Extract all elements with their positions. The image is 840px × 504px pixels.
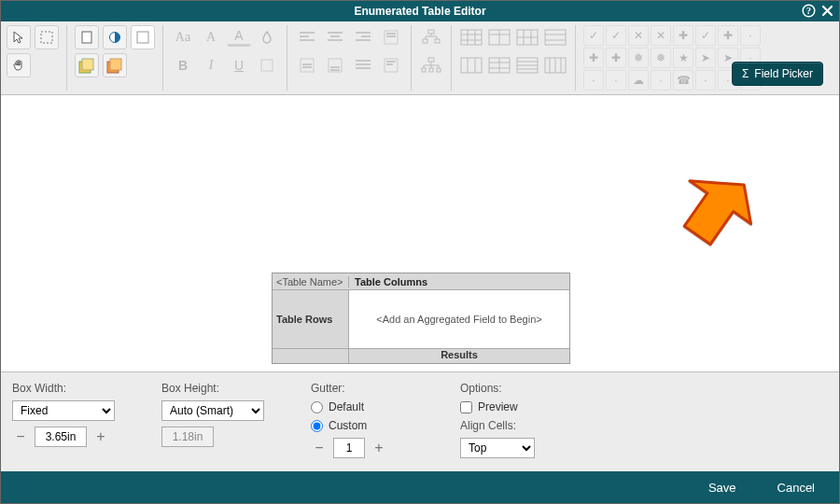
enumerated-table[interactable]: <Table Name> Table Columns Table Rows <A… <box>272 273 570 364</box>
table-center-placeholder[interactable]: <Add an Aggregated Field to Begin> <box>349 290 569 348</box>
style-more-icon[interactable] <box>255 53 279 77</box>
symbol-cell[interactable]: · <box>583 70 604 91</box>
table-e-icon[interactable] <box>459 53 483 77</box>
field-picker-label: Field Picker <box>754 67 813 80</box>
gutter-group: Gutter: Default Custom − + <box>311 382 423 458</box>
options-group: Options: Preview Align Cells: Top <box>460 382 572 458</box>
org-chart-icon[interactable] <box>419 25 443 49</box>
symbol-cell[interactable]: ➤ <box>695 48 716 68</box>
symbol-cell[interactable]: ❅ <box>628 48 649 68</box>
align-center-icon[interactable] <box>323 25 347 49</box>
box-width-mode-select[interactable]: Fixed <box>12 400 115 421</box>
font-color-icon[interactable]: A <box>227 25 251 47</box>
symbol-cell[interactable]: ✕ <box>628 25 649 46</box>
justify-icon[interactable] <box>351 53 375 77</box>
marquee-tool-icon[interactable] <box>35 25 59 49</box>
symbol-cell[interactable]: ☁ <box>628 70 649 91</box>
box-height-group: Box Height: Auto (Smart) <box>161 382 273 458</box>
tool-group-tables <box>459 25 576 91</box>
box-height-spin <box>161 427 273 447</box>
tool-group-selection <box>7 25 67 91</box>
svg-rect-7 <box>82 59 93 70</box>
field-picker-button[interactable]: Σ Field Picker <box>732 62 823 86</box>
blank-page-icon[interactable] <box>131 25 155 49</box>
table-a-icon[interactable] <box>459 25 483 49</box>
box-width-decrease-button[interactable]: − <box>12 427 29 447</box>
table-g-icon[interactable] <box>515 53 539 77</box>
table-d-icon[interactable] <box>543 25 567 49</box>
gutter-custom-label: Custom <box>329 419 367 432</box>
cancel-button[interactable]: Cancel <box>777 481 815 495</box>
canvas: <Table Name> Table Columns Table Rows <A… <box>1 95 839 371</box>
close-icon[interactable] <box>821 5 833 19</box>
symbol-cell[interactable]: ❅ <box>651 48 671 68</box>
preview-label: Preview <box>478 400 518 413</box>
stack-yellow-icon[interactable] <box>75 53 99 77</box>
table-h-icon[interactable] <box>543 53 567 77</box>
align-left-icon[interactable] <box>295 25 319 49</box>
table-columns-header[interactable]: Table Columns <box>349 276 569 287</box>
properties-panel: Box Width: Fixed − + Box Height: Auto (S… <box>1 371 839 471</box>
options-label: Options: <box>460 382 572 395</box>
text-box-icon[interactable] <box>379 53 403 77</box>
box-width-increase-button[interactable]: + <box>92 427 109 447</box>
gutter-spin: − + <box>311 438 423 458</box>
symbol-cell[interactable]: ✚ <box>718 25 738 46</box>
symbol-cell[interactable]: ✚ <box>606 48 626 68</box>
box-height-mode-select[interactable]: Auto (Smart) <box>161 400 264 421</box>
underline-icon[interactable]: U <box>227 53 251 77</box>
font-family-icon[interactable]: A <box>199 25 223 49</box>
opacity-icon[interactable] <box>255 25 279 49</box>
svg-rect-20 <box>429 68 433 72</box>
titlebar-buttons: ? <box>802 1 833 21</box>
symbol-cell[interactable]: · <box>606 70 626 91</box>
symbol-cell[interactable]: ✓ <box>606 25 626 46</box>
box-width-input[interactable] <box>35 427 87 447</box>
sigma-icon: Σ <box>742 67 749 80</box>
svg-rect-22 <box>461 30 482 45</box>
table-b-icon[interactable] <box>487 25 511 49</box>
symbol-cell[interactable]: · <box>695 70 716 91</box>
gutter-input[interactable] <box>333 438 365 458</box>
symbol-cell[interactable]: ✚ <box>673 25 693 46</box>
box-width-group: Box Width: Fixed − + <box>12 382 124 458</box>
symbol-cell[interactable]: ✚ <box>583 48 604 68</box>
symbol-cell[interactable]: ★ <box>673 48 693 68</box>
save-button[interactable]: Save <box>708 481 736 495</box>
pan-tool-icon[interactable] <box>7 53 31 77</box>
title-bar: Enumerated Table Editor ? <box>1 1 839 21</box>
gutter-custom-radio[interactable]: Custom <box>311 419 423 432</box>
tree-icon[interactable] <box>419 53 443 77</box>
valign-bottom-icon[interactable] <box>323 53 347 77</box>
table-c-icon[interactable] <box>515 25 539 49</box>
page-icon[interactable] <box>75 25 99 49</box>
align-cells-label: Align Cells: <box>460 419 572 432</box>
font-size-icon[interactable]: Aa <box>171 25 195 49</box>
symbol-cell[interactable]: ✓ <box>695 25 716 46</box>
stack-orange-icon[interactable] <box>103 53 127 77</box>
bold-icon[interactable]: B <box>171 53 195 77</box>
align-right-icon[interactable] <box>351 25 375 49</box>
svg-rect-3 <box>82 32 91 43</box>
help-icon[interactable]: ? <box>802 4 816 20</box>
symbol-cell[interactable]: ☎ <box>673 70 693 91</box>
gutter-default-radio[interactable]: Default <box>311 400 423 413</box>
symbol-cell[interactable]: ✕ <box>651 25 671 46</box>
svg-rect-10 <box>261 60 273 71</box>
gutter-decrease-button[interactable]: − <box>311 438 328 458</box>
valign-middle-icon[interactable] <box>295 53 319 77</box>
gutter-increase-button[interactable]: + <box>371 438 387 458</box>
table-f-icon[interactable] <box>487 53 511 77</box>
table-rows-header[interactable]: Table Rows <box>273 290 349 348</box>
align-cells-select[interactable]: Top <box>460 438 535 458</box>
contrast-icon[interactable] <box>103 25 127 49</box>
table-footer-spacer <box>273 349 349 363</box>
symbol-cell[interactable]: ✓ <box>583 25 604 46</box>
preview-checkbox[interactable]: Preview <box>460 400 572 413</box>
valign-top-icon[interactable] <box>379 25 403 49</box>
table-name-cell[interactable]: <Table Name> <box>273 276 349 287</box>
pointer-tool-icon[interactable] <box>7 25 31 49</box>
symbol-cell[interactable]: · <box>740 25 761 46</box>
italic-icon[interactable]: I <box>199 53 223 77</box>
symbol-cell[interactable]: · <box>651 70 671 91</box>
